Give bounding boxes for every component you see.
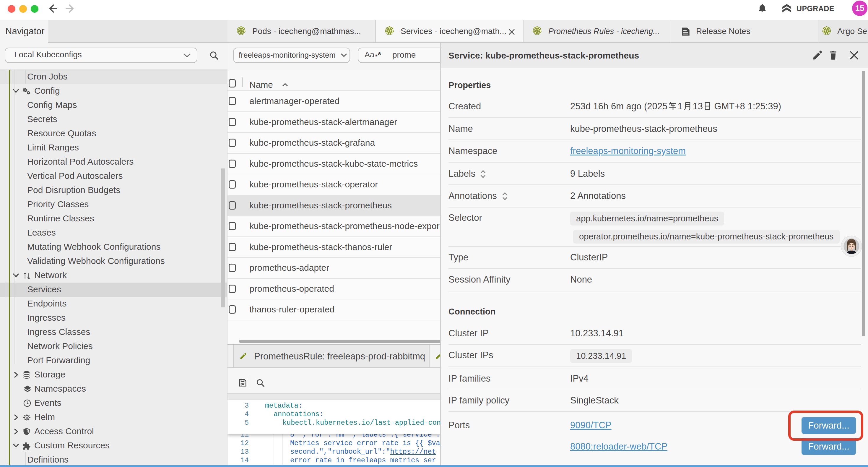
svg-text:H: H	[26, 416, 28, 419]
